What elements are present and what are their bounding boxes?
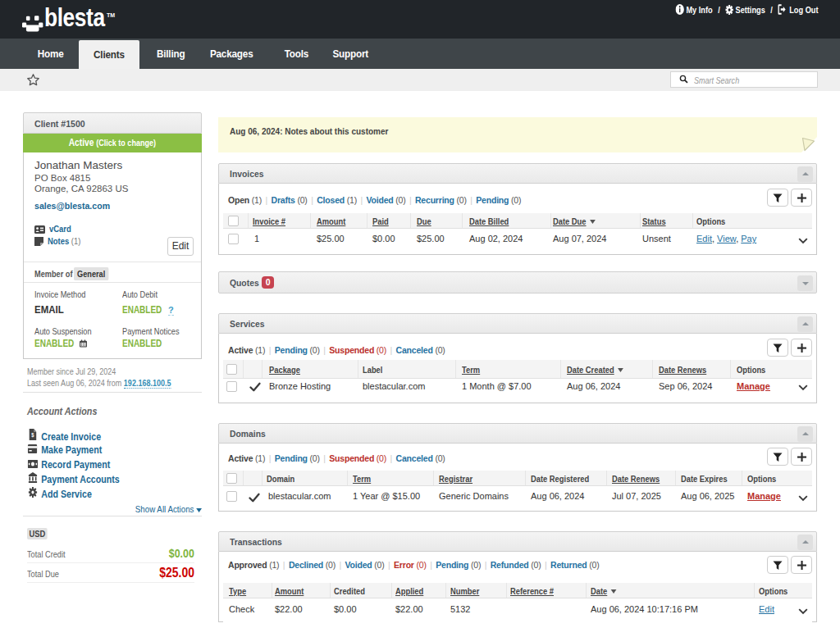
- svg-text:$: $: [31, 432, 34, 439]
